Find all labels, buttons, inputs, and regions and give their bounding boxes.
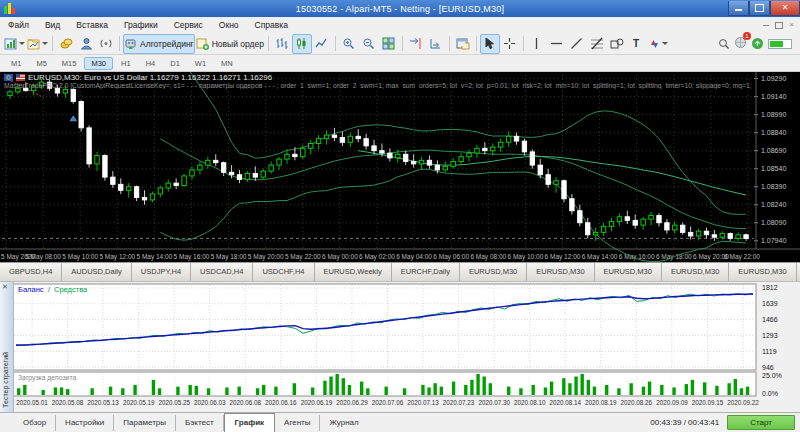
chart-tab-2[interactable]: USDJPY,H4 bbox=[132, 263, 191, 281]
payments-button[interactable] bbox=[56, 34, 76, 54]
menu-item-3[interactable]: Графики bbox=[116, 18, 166, 33]
svg-text:2020.08.10: 2020.08.10 bbox=[514, 399, 546, 406]
zoom-out-button[interactable] bbox=[359, 34, 379, 54]
zoom-in-button[interactable] bbox=[339, 34, 359, 54]
chart-tab-6[interactable]: EURCHF,Daily bbox=[392, 263, 460, 281]
tester-tab-бэктест[interactable]: Бэктест bbox=[176, 415, 224, 431]
svg-text:1293: 1293 bbox=[762, 332, 778, 339]
restore-button[interactable] bbox=[749, 1, 770, 16]
robot-icon bbox=[124, 37, 137, 50]
shapes-button[interactable] bbox=[607, 34, 627, 54]
tester-tab-график[interactable]: График bbox=[224, 413, 276, 432]
mdi-close-icon[interactable]: × bbox=[789, 21, 794, 29]
chart-tab-4[interactable]: USDCHF,H4 bbox=[253, 263, 314, 281]
arrows-button[interactable] bbox=[647, 34, 669, 54]
mdi-minimize-icon[interactable] bbox=[763, 25, 769, 26]
community-button[interactable] bbox=[76, 34, 96, 54]
text-button[interactable]: T bbox=[627, 34, 647, 54]
svg-text:2020.06.03: 2020.06.03 bbox=[194, 399, 226, 406]
mdi-restore-icon[interactable] bbox=[775, 22, 783, 29]
text-icon: T bbox=[631, 37, 642, 50]
price-chart[interactable]: EURUSD,M30: Euro vs US Dollar 1.16279 1.… bbox=[0, 72, 800, 262]
timeframe-m5[interactable]: M5 bbox=[29, 57, 53, 70]
chart-tab-9[interactable]: EURUSD,M30 bbox=[595, 263, 662, 281]
trendline-button[interactable] bbox=[567, 34, 587, 54]
search-icon[interactable] bbox=[718, 38, 730, 50]
timeframe-m15[interactable]: M15 bbox=[55, 57, 84, 70]
timeframe-mn[interactable]: MN bbox=[214, 57, 240, 70]
svg-text:1.08840: 1.08840 bbox=[761, 129, 786, 136]
candlestick-canvas[interactable]: 5 May 20205 May 08:005 May 10:005 May 12… bbox=[0, 72, 800, 262]
svg-text:5 May 20:00: 5 May 20:00 bbox=[248, 253, 284, 261]
templates-button[interactable] bbox=[453, 34, 473, 54]
menu-item-5[interactable]: Окно bbox=[211, 18, 247, 33]
close-button[interactable]: ✕ bbox=[770, 1, 800, 16]
tester-tab-обзор[interactable]: Обзор bbox=[14, 415, 56, 431]
tester-close-icon[interactable]: ✕ bbox=[2, 283, 8, 291]
timeframe-d1[interactable]: D1 bbox=[163, 57, 187, 70]
menu-item-2[interactable]: Вставка bbox=[68, 18, 116, 33]
timeframe-h1[interactable]: H1 bbox=[114, 57, 138, 70]
profiles-button[interactable] bbox=[26, 34, 49, 54]
test-timer: 00:43:39 / 00:43:41 bbox=[650, 418, 719, 427]
candles-chart-button[interactable] bbox=[292, 34, 312, 54]
svg-text:2020.07.06: 2020.07.06 bbox=[372, 399, 404, 406]
algotrading-button[interactable]: Алготрейдинг bbox=[123, 34, 195, 54]
chart-tab-12[interactable]: EURUSD,M30 bbox=[797, 263, 800, 281]
chart-tab-3[interactable]: USDCAD,H4 bbox=[191, 263, 253, 281]
tester-tab-журнал[interactable]: Журнал bbox=[320, 415, 367, 431]
menu-item-1[interactable]: Вид bbox=[37, 18, 68, 33]
arrows-dropdown[interactable] bbox=[662, 42, 668, 45]
tester-side-strip[interactable]: ✕ Тестер стратегий bbox=[0, 282, 14, 412]
connection-status-bar bbox=[768, 39, 792, 49]
svg-text:6 May 02:00: 6 May 02:00 bbox=[359, 253, 395, 261]
minimize-button[interactable] bbox=[728, 1, 749, 16]
fibonacci-button[interactable] bbox=[587, 34, 607, 54]
tester-tab-параметры[interactable]: Параметры bbox=[114, 415, 176, 431]
menu-item-0[interactable]: Файл bbox=[0, 18, 37, 33]
bars-chart-button[interactable] bbox=[272, 34, 292, 54]
timeframe-m1[interactable]: M1 bbox=[4, 57, 28, 70]
shapes-icon bbox=[610, 37, 624, 50]
svg-text:5 May 22:00: 5 May 22:00 bbox=[285, 253, 321, 261]
horizontal-line-button[interactable] bbox=[547, 34, 567, 54]
menu-bar: ФайлВидВставкаГрафикиСервисОкноСправка × bbox=[0, 17, 800, 34]
line-chart-button[interactable] bbox=[312, 34, 332, 54]
mql5-level-icon[interactable] bbox=[751, 37, 764, 50]
mt5-window: 15030552 - Alpari-MT5 - Netting - [EURUS… bbox=[0, 0, 800, 432]
chart-tab-10[interactable]: EURUSD,M30 bbox=[662, 263, 729, 281]
chart-tab-8[interactable]: EURUSD,M30 bbox=[527, 263, 594, 281]
signal-icon bbox=[99, 37, 113, 50]
chart-tab-0[interactable]: GBPUSD,H4 bbox=[0, 263, 62, 281]
chart-tab-7[interactable]: EURUSD,M30 bbox=[460, 263, 527, 281]
timeframe-h4[interactable]: H4 bbox=[139, 57, 163, 70]
notifications-button[interactable]: 1 bbox=[734, 35, 747, 53]
menu-item-4[interactable]: Сервис bbox=[166, 18, 211, 33]
new-chart-button[interactable] bbox=[3, 34, 26, 54]
tester-tab-агенты[interactable]: Агенты bbox=[275, 415, 320, 431]
timeframe-m30[interactable]: M30 bbox=[84, 57, 113, 70]
svg-text:T: T bbox=[633, 38, 639, 49]
auto-scroll-button[interactable] bbox=[406, 34, 426, 54]
chart-tab-1[interactable]: AUDUSD,Daily bbox=[62, 263, 131, 281]
title-bar[interactable]: 15030552 - Alpari-MT5 - Netting - [EURUS… bbox=[0, 0, 800, 17]
svg-text:Средства: Средства bbox=[54, 285, 88, 294]
timeframe-w1[interactable]: W1 bbox=[188, 57, 213, 70]
start-button[interactable]: Старт bbox=[727, 415, 795, 430]
new-chart-dropdown[interactable] bbox=[19, 42, 25, 45]
chart-shift-button[interactable] bbox=[426, 34, 446, 54]
crosshair-button[interactable] bbox=[500, 34, 520, 54]
tester-graph-canvas[interactable]: 2020.05.012020.05.082020.05.132020.05.19… bbox=[0, 282, 800, 412]
signals-button[interactable] bbox=[96, 34, 116, 54]
menu-item-6[interactable]: Справка bbox=[247, 18, 296, 33]
bars-chart-icon bbox=[275, 37, 288, 50]
tester-tab-настройки[interactable]: Настройки bbox=[56, 415, 114, 431]
vertical-line-button[interactable] bbox=[527, 34, 547, 54]
chart-tab-11[interactable]: EURUSD,M30 bbox=[729, 263, 796, 281]
profiles-dropdown[interactable] bbox=[42, 42, 48, 45]
tile-windows-button[interactable] bbox=[379, 34, 399, 54]
svg-text:6 May 08:00: 6 May 08:00 bbox=[470, 253, 506, 261]
cursor-button[interactable] bbox=[480, 34, 500, 54]
new-order-button[interactable]: Новый ордер bbox=[195, 34, 265, 54]
chart-tab-5[interactable]: EURUSD,Weekly bbox=[315, 263, 392, 281]
